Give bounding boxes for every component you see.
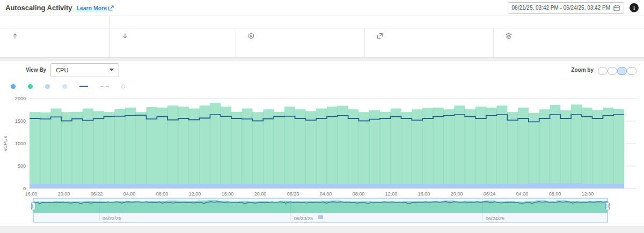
svg-text:0: 0 [23, 186, 26, 191]
legend-item[interactable] [121, 85, 128, 88]
stat-card-head [12, 33, 109, 39]
svg-text:1000: 1000 [15, 141, 26, 146]
chart-navigator: 06/22/2506/23/2506/24/25 [0, 197, 644, 226]
svg-text:06/23/25: 06/23/25 [294, 216, 313, 221]
zoom-option-12h[interactable] [608, 67, 617, 75]
svg-text:vCPUs: vCPUs [3, 136, 8, 152]
stat-card-head [506, 33, 644, 39]
view-by-label: View By [26, 67, 46, 73]
stat-card [365, 28, 494, 57]
chart-controls-row: View By CPU Zoom by [0, 61, 644, 79]
stat-card-head [377, 33, 493, 39]
scale-down-arrow-icon [122, 33, 128, 39]
zoom-option-7-days[interactable] [627, 67, 636, 75]
svg-text:20:00: 20:00 [254, 191, 267, 197]
svg-text:12:00: 12:00 [582, 191, 594, 197]
svg-text:20:00: 20:00 [451, 191, 463, 197]
learn-more-link[interactable]: Learn More [76, 5, 114, 11]
stat-metrics [248, 39, 364, 49]
svg-text:08:00: 08:00 [549, 191, 561, 197]
stat-metric [258, 41, 364, 49]
svg-text:1500: 1500 [15, 118, 26, 124]
page-title: Autoscaling Activity [5, 4, 72, 12]
svg-text:16:00: 16:00 [222, 191, 234, 197]
calendar-icon[interactable] [613, 5, 620, 11]
zoom-option-1h[interactable] [598, 67, 608, 75]
top-header: Autoscaling Activity Learn More 06/21/25… [0, 0, 644, 16]
stat-metric [22, 49, 109, 57]
view-by-select[interactable]: CPU [50, 63, 119, 77]
stat-card [236, 28, 365, 57]
stat-metric [387, 41, 493, 49]
breakdown-lifecycle-tabs [8, 65, 18, 75]
svg-text:20:00: 20:00 [58, 191, 70, 197]
svg-text:06/22/25: 06/22/25 [103, 216, 121, 221]
legend-item[interactable] [45, 84, 53, 89]
svg-text:04:00: 04:00 [320, 191, 332, 197]
legend-dashed-line-icon [100, 86, 109, 87]
legend-item[interactable] [28, 84, 35, 89]
legend-item[interactable] [79, 86, 91, 87]
stats-group [0, 16, 110, 57]
stats-cards-row [110, 28, 644, 57]
spot-hexagon-icon [248, 33, 254, 39]
zoom-pill-list [598, 65, 636, 75]
chevron-down-icon [109, 69, 114, 71]
svg-text:12:00: 12:00 [385, 191, 398, 197]
navigator-scrollbar-grip[interactable] [318, 215, 323, 219]
external-link-icon [108, 5, 114, 11]
stat-metrics [377, 39, 493, 49]
stats-cards-row [0, 28, 109, 57]
lower-cost-icon [377, 33, 383, 39]
stats-group-title [110, 16, 644, 28]
date-range-picker[interactable]: 06/21/25, 03:42 PM - 06/24/25, 03:42 PM [508, 2, 624, 14]
legend-item[interactable] [11, 84, 18, 89]
svg-text:16:00: 16:00 [25, 191, 38, 197]
learn-more-label: Learn More [76, 5, 107, 11]
legend-line-icon [79, 86, 88, 87]
date-range-value: 06/21/25, 03:42 PM - 06/24/25, 03:42 PM [512, 5, 610, 11]
zoom-by-group: Zoom by [571, 65, 636, 75]
stat-card [0, 28, 109, 57]
stats-panel [0, 16, 644, 58]
legend-dot-icon [45, 84, 50, 89]
stat-card-head [122, 33, 236, 39]
svg-text:500: 500 [18, 163, 26, 169]
navigator-svg: 06/22/2506/23/2506/24/25 [0, 197, 644, 226]
chart-legend [0, 79, 644, 93]
svg-text:06/22: 06/22 [91, 191, 103, 197]
info-icon[interactable]: i [630, 3, 639, 12]
zoom-by-label: Zoom by [571, 67, 594, 73]
svg-text:08:00: 08:00 [353, 191, 365, 197]
svg-text:04:00: 04:00 [123, 191, 136, 197]
svg-text:06/24/25: 06/24/25 [486, 216, 504, 221]
stat-card [494, 28, 644, 57]
zoom-option-3-days[interactable] [617, 67, 627, 75]
stat-metric [516, 41, 644, 49]
legend-item[interactable] [100, 86, 112, 87]
svg-text:12:00: 12:00 [189, 191, 201, 197]
scale-up-arrow-icon [12, 33, 18, 39]
chart-panel: View By CPU Zoom by 0500100015002000vCPU… [0, 61, 644, 226]
stat-metrics [506, 39, 644, 49]
stat-metrics [122, 39, 236, 57]
navigator-resize-handle[interactable] [606, 202, 610, 210]
stat-metrics [12, 39, 109, 57]
navigator-resize-handle[interactable] [32, 202, 35, 210]
main-chart-svg: 0500100015002000vCPUs16:0020:0006/2204:0… [0, 93, 644, 197]
svg-text:04:00: 04:00 [516, 191, 529, 197]
stats-group-title [0, 16, 109, 28]
legend-dot-icon [11, 84, 16, 89]
stat-metric [132, 49, 236, 57]
view-by-value: CPU [56, 67, 68, 73]
commitments-layers-icon [506, 33, 512, 39]
stat-card-head [248, 33, 364, 39]
legend-dot-icon [28, 84, 33, 89]
stats-group [110, 16, 644, 57]
legend-hollow-circle-icon [121, 85, 125, 88]
legend-item[interactable] [62, 84, 70, 89]
svg-text:06/24: 06/24 [484, 191, 496, 197]
stat-metric [22, 41, 109, 49]
svg-text:16:00: 16:00 [418, 191, 430, 197]
stat-metric [132, 41, 236, 49]
